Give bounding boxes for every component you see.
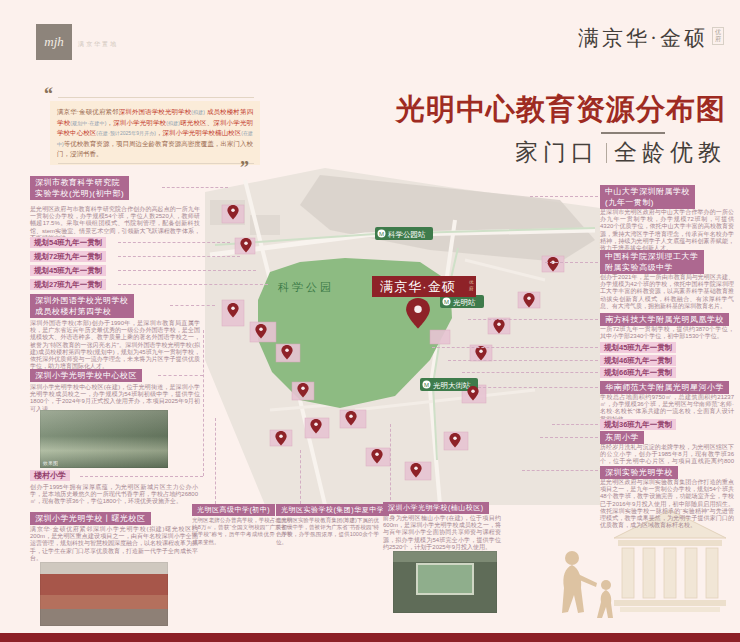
plan-badge: 规划66班九年一贯制 [600,367,676,378]
subtitle-right: 全龄优教 [614,137,726,168]
connector-line [118,270,256,271]
connector-line [300,450,301,504]
plan-badge: 规划45班九年一贯制 [30,265,106,276]
project-suffix: 优 [468,280,474,285]
plan-badge: 规划46班九年一贯制 [600,355,676,366]
school-photo-aerial [393,551,497,613]
subtitle-left: 家门口 [515,137,599,168]
plan-badge: 规划72班九年一贯制 [30,251,106,262]
connector-line [118,284,268,285]
photo-tag: 效果图 [43,460,58,466]
school-label-zhongxinxiaoqu: 深圳小学光明学校中心校区 [30,369,142,382]
title-rule [601,132,665,134]
connector-line [170,305,215,306]
connector-line [80,476,203,477]
school-label-shuguang: 深圳小学光明学校丨曙光校区 [30,512,151,525]
metro-logo-icon: M [424,382,429,388]
station-kexuegongyuan: M 科学公园站 [375,227,433,240]
connector-line [462,372,598,373]
station-label: 光明站 [453,298,476,307]
school-desc: 一所72班九年一贯制学校，提供约3870个学位，其中小学部2340个学位，初中部… [600,326,734,340]
metro-logo-icon: M [379,231,384,237]
quote-divider [58,97,254,98]
school-label-loucun: 楼村小学 [30,470,70,481]
connector-line [530,196,598,197]
brand-text: 满京华·金硕 [578,24,708,52]
connector-line [540,437,598,438]
station-label: 科学公园站 [387,230,426,239]
label-line: 中国科学院深圳理工大学 [605,251,699,262]
connector-line [390,424,391,500]
intro-quote: 满京华·金硕优府紧邻深圳外国语学校光明学校(拟建) 成员校楼村第四学校(规划中·… [50,101,260,165]
quote-divider [58,163,254,164]
connector-line [522,470,598,471]
school-label-huaxiazhongxue: 光明区实验学校(集团)华夏中学 [276,504,389,516]
connector-line [468,319,598,320]
close-quote-icon: ” [240,158,249,179]
connector-line [545,262,598,263]
metro-logo-icon: M [444,299,449,305]
company-logo-caption: 满京华置地 [78,40,118,49]
label-line: 深圳外国语学校光明学校 [35,295,129,306]
science-park-label: 科学公园 [277,281,334,293]
school-desc: 创办于1995年拥有深厚底蕴，为光明区新城片区主力公办小学，是本地历史最悠久的一… [30,484,198,506]
label-line: 深圳市教育科学研究院 [35,177,124,188]
school-desc: 深圳小学光明学校中心校区(在建)，位于光明街道，是深圳小学光明学校成员校之一，办… [30,384,200,413]
photo-detail [418,565,472,594]
school-desc: 前身为光明区楠山小学(在建)，位于项目约600m，是深圳小学光明学校成员校之一，… [383,515,501,551]
project-suffix: 府 [469,286,474,291]
company-logo: mjh [36,24,72,60]
connector-line [158,375,203,376]
station-label: 光明大街站 [433,381,471,390]
school-label-gaojizhongxue: 光明区高级中学(初中) [192,504,275,516]
bottom-accent-bar [0,633,740,642]
school-desc: 创办于2021年，是一所由市教育局与光明区共建、办学规模为42个班的学校，依托中… [600,274,734,310]
school-label-huanan: 华南师范大学附属光明星河小学 [600,381,729,394]
plan-badge: 规划54班九年一贯制 [30,237,106,248]
district-map: 科学公园 M 科学公园站 M 光明站 M [205,160,605,510]
family-silhouette-icon [548,548,628,636]
poster-page: 科学公园 M 科学公园站 M 光明站 M [0,0,740,642]
school-photo-building [40,562,168,626]
connector-line [432,347,598,348]
plan-badge: 规划45班九年一贯制 [600,342,676,353]
label-line: 中山大学深圳附属学校 [605,186,690,197]
school-label-shenwai: 深圳外国语学校光明学校 成员校楼村第四学校 [30,294,134,318]
school-label-dongzhou: 东周小学 [600,431,644,444]
brand-suffix: 优府 [712,27,724,45]
connector-line [215,418,216,504]
project-label: 满京华·金硕 [379,279,455,294]
school-desc: 深圳外国语学校(本部)创办于1990年，是深圳市教育局直属学校，是广东省近百年历… [30,320,200,370]
school-label-shiyan: 深圳实验光明学校 [600,466,678,479]
connector-line [162,187,228,188]
plan-badge: 规划27班九年一贯制 [30,279,106,290]
school-label-nankeda: 南方科技大学附属光明凤凰学校 [600,313,729,326]
label-line: 附属实验高级中学 [605,262,699,273]
label-line: 成员校楼村第四学校 [35,306,129,317]
subtitle-divider [606,143,607,163]
page-title: 光明中心教育资源分布图 [396,90,726,130]
school-label-jiaokeyuan: 深圳市教育科学研究院 实验学校(光明)(初中部) [30,176,129,200]
school-desc: 是光明区政府与深圳实验教育集团合作打造的重点项目之一，是九年一贯制公办学校，规划… [600,479,734,529]
brand-name: 满京华·金硕 优府 [578,24,724,52]
school-label-zhongda: 中山大学深圳附属学校 (九年一贯制) [600,185,695,209]
school-desc: 是光明区实验学校教育集团(筹建)下属的优质初级中学，曾被评为广东省“书香校园”特… [276,517,379,546]
connector-line [552,424,598,425]
connector-line [118,242,230,243]
page-subtitle: 家门口 全龄优教 [515,137,726,168]
school-label-zhongkeyuan: 中国科学院深圳理工大学 附属实验高级中学 [600,250,704,274]
school-label-nanshan: 深圳小学光明学校(楠山校区) [383,502,489,514]
plan-badge: 规划36班九年一贯制 [600,419,676,430]
label-line: (九年一贯制) [605,197,690,208]
label-line: 实验学校(光明)(初中部) [35,188,124,199]
connector-line [448,360,598,361]
connector-line [203,330,204,476]
school-desc: 满京华·金硕优府紧邻深圳小学光明学校(拟建)曙光校区约200m，是光明区重点建设… [30,526,198,562]
connector-line [118,256,240,257]
school-photo-render: 效果图 [40,410,168,468]
connector-line [478,387,598,388]
school-desc: 是深圳市光明区政府与中山大学合作举办的一所公办九年一贯制学校，办学规模72班制，… [600,209,734,252]
